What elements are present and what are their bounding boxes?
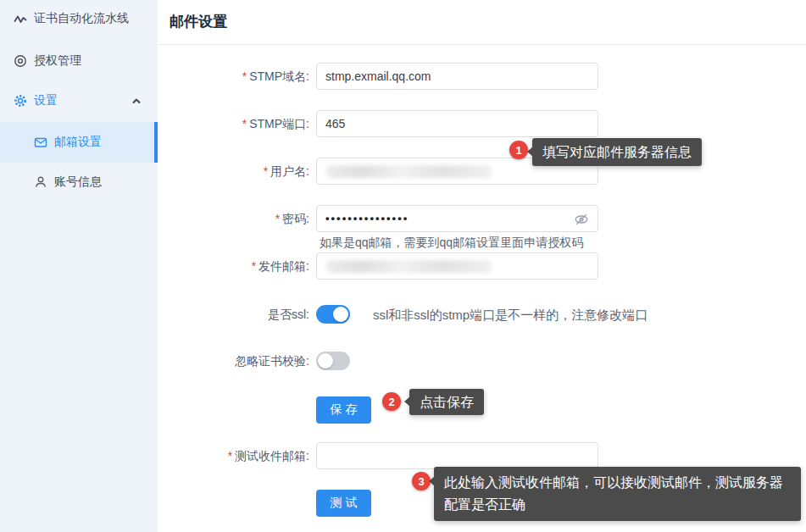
annotation-tooltip-1: 填写对应邮件服务器信息 (532, 138, 702, 166)
gear-icon (14, 94, 27, 108)
test-email-input[interactable] (316, 442, 598, 469)
required-marker: * (242, 69, 247, 83)
sidebar-item-mailbox-settings[interactable]: 邮箱设置 (0, 122, 158, 163)
required-marker: * (252, 259, 256, 273)
sidebar-item-label: 证书自动化流水线 (34, 11, 129, 26)
sidebar-item-label: 授权管理 (34, 53, 81, 69)
sidebar-item-label: 邮箱设置 (54, 135, 102, 150)
required-marker: * (275, 212, 280, 225)
annotation-badge-3: 3 (412, 472, 431, 490)
sidebar-item-label: 设置 (34, 93, 58, 108)
target-icon (14, 54, 27, 68)
username-label: *用户名: (161, 158, 309, 185)
required-marker: * (228, 449, 232, 463)
toggle-knob (333, 307, 348, 322)
required-marker: * (242, 117, 247, 130)
envelope-icon (34, 136, 47, 149)
ignore-cert-label: 忽略证书校验: (161, 347, 309, 374)
annotation-tooltip-3: 此处输入测试收件邮箱，可以接收测试邮件，测试服务器配置是否正确 (434, 467, 801, 521)
annotation-badge-1: 1 (509, 141, 528, 159)
ssl-label: 是否ssl: (161, 301, 309, 328)
sender-email-label: *发件邮箱: (161, 252, 309, 280)
eye-off-icon[interactable] (574, 212, 589, 227)
sidebar-item-label: 账号信息 (54, 175, 102, 190)
user-icon (34, 175, 47, 189)
sidebar-item-settings[interactable]: 设置 (0, 88, 158, 114)
sender-email-input[interactable] (316, 252, 598, 280)
ssl-toggle[interactable] (316, 305, 350, 324)
test-email-label: *测试收件邮箱: (161, 442, 309, 469)
chevron-up-icon[interactable] (131, 95, 142, 107)
password-hint: 如果是qq邮箱，需要到qq邮箱设置里面申请授权码 (320, 236, 583, 251)
save-button[interactable]: 保 存 (316, 396, 371, 424)
sidebar: 证书自动化流水线 授权管理 设置 邮箱设置 (0, 0, 158, 532)
smtp-domain-input[interactable] (316, 63, 598, 90)
sidebar-item-authorization[interactable]: 授权管理 (0, 49, 158, 73)
password-masked-value: ••••••••••••••• (325, 212, 409, 224)
annotation-badge-2: 2 (382, 392, 401, 411)
smtp-port-input[interactable] (316, 110, 598, 137)
tooltip-arrow (404, 396, 410, 407)
sidebar-item-account-info[interactable]: 账号信息 (0, 170, 158, 194)
ignore-cert-toggle[interactable] (316, 352, 350, 370)
smtp-port-label: *STMP端口: (161, 110, 309, 137)
tooltip-arrow (527, 147, 533, 157)
required-marker: * (264, 164, 268, 178)
annotation-tooltip-2: 点击保存 (409, 389, 484, 415)
page-title: 邮件设置 (170, 0, 227, 44)
toggle-knob (318, 353, 333, 369)
tooltip-arrow (429, 476, 435, 486)
smtp-domain-label: *STMP域名: (161, 63, 309, 90)
password-input[interactable]: ••••••••••••••• (316, 205, 598, 232)
redacted-value (325, 260, 492, 273)
sidebar-item-cert-pipeline[interactable]: 证书自动化流水线 (0, 7, 158, 30)
ssl-hint: ssl和非ssl的stmp端口是不一样的，注意修改端口 (373, 308, 648, 324)
email-settings-page: 证书自动化流水线 授权管理 设置 邮箱设置 (0, 0, 806, 532)
password-label: *密码: (161, 205, 309, 232)
pulse-line-icon (14, 12, 27, 25)
title-divider (158, 44, 806, 45)
redacted-value (325, 165, 492, 178)
test-button[interactable]: 测 试 (316, 490, 371, 517)
